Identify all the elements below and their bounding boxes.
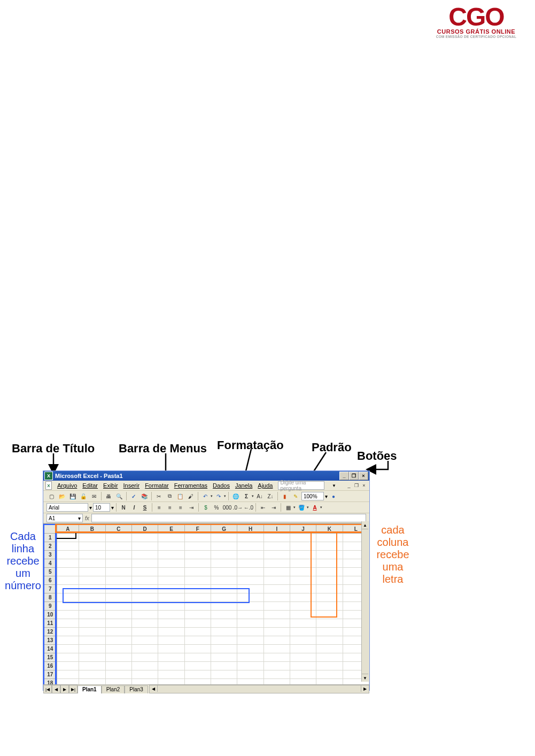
tab-nav-prev[interactable]: ◀ — [52, 685, 60, 693]
cell-B4[interactable] — [79, 559, 105, 568]
cell-I15[interactable] — [263, 653, 290, 662]
cell-D5[interactable] — [131, 568, 158, 576]
cell-A7[interactable] — [57, 585, 79, 593]
cell-A18[interactable] — [57, 679, 79, 685]
cell-H4[interactable] — [237, 559, 263, 568]
menu-editar[interactable]: Editar — [82, 482, 98, 489]
cell-I3[interactable] — [263, 551, 290, 559]
cell-E10[interactable] — [158, 611, 184, 619]
cell-G6[interactable] — [211, 576, 237, 585]
row-header-11[interactable]: 11 — [44, 619, 57, 628]
sheet-tab-plan3[interactable]: Plan3 — [125, 685, 148, 693]
column-header-a[interactable]: A — [57, 524, 79, 534]
column-header-k[interactable]: K — [316, 524, 343, 534]
cell-F14[interactable] — [184, 645, 211, 653]
zoom-dropdown-icon[interactable]: ▾ — [325, 493, 328, 499]
column-header-d[interactable]: D — [131, 524, 158, 534]
row-header-5[interactable]: 5 — [44, 568, 57, 576]
menu-exibir[interactable]: Exibir — [103, 482, 118, 489]
increase-decimal-icon[interactable]: .0→ — [233, 503, 243, 512]
cell-B16[interactable] — [79, 662, 105, 670]
cell-K16[interactable] — [316, 662, 343, 670]
open-icon[interactable]: 📂 — [57, 491, 67, 501]
cell-J13[interactable] — [290, 636, 316, 645]
cell-K8[interactable] — [316, 593, 343, 602]
research-icon[interactable]: 📚 — [139, 491, 149, 501]
cell-I18[interactable] — [263, 679, 290, 685]
cell-B18[interactable] — [79, 679, 105, 685]
cell-J11[interactable] — [290, 619, 316, 628]
cell-J12[interactable] — [290, 628, 316, 636]
cell-B13[interactable] — [79, 636, 105, 645]
cell-C6[interactable] — [105, 576, 131, 585]
cell-F5[interactable] — [184, 568, 211, 576]
cell-B10[interactable] — [79, 611, 105, 619]
cell-D8[interactable] — [131, 593, 158, 602]
cell-E16[interactable] — [158, 662, 184, 670]
cell-G18[interactable] — [211, 679, 237, 685]
cell-C1[interactable] — [105, 534, 131, 542]
select-all-corner[interactable] — [44, 524, 57, 534]
row-header-12[interactable]: 12 — [44, 628, 57, 636]
align-right-icon[interactable]: ≡ — [176, 503, 185, 512]
cell-F17[interactable] — [184, 670, 211, 679]
cell-J3[interactable] — [290, 551, 316, 559]
cell-H11[interactable] — [237, 619, 263, 628]
help-icon[interactable]: ● — [329, 491, 338, 501]
cell-K17[interactable] — [316, 670, 343, 679]
cell-J16[interactable] — [290, 662, 316, 670]
save-icon[interactable]: 💾 — [68, 491, 77, 501]
cell-J17[interactable] — [290, 670, 316, 679]
tab-nav-first[interactable]: |◀ — [43, 685, 52, 693]
cell-B9[interactable] — [79, 602, 105, 611]
merge-center-icon[interactable]: ⇥ — [187, 503, 196, 512]
row-header-1[interactable]: 1 — [44, 534, 57, 542]
cell-C12[interactable] — [105, 628, 131, 636]
cell-A14[interactable] — [57, 645, 79, 653]
fill-color-icon[interactable]: 🪣 — [297, 503, 306, 512]
cell-F3[interactable] — [184, 551, 211, 559]
redo-icon[interactable]: ↷ — [214, 491, 223, 501]
row-header-18[interactable]: 18 — [44, 679, 57, 685]
row-header-8[interactable]: 8 — [44, 593, 57, 602]
cell-C9[interactable] — [105, 602, 131, 611]
cell-D16[interactable] — [131, 662, 158, 670]
row-header-4[interactable]: 4 — [44, 559, 57, 568]
paste-icon[interactable]: 📋 — [175, 491, 185, 501]
cell-J7[interactable] — [290, 585, 316, 593]
cell-E2[interactable] — [158, 542, 184, 551]
align-left-icon[interactable]: ≡ — [154, 503, 164, 512]
cell-G1[interactable] — [211, 534, 237, 542]
cell-J15[interactable] — [290, 653, 316, 662]
hyperlink-icon[interactable]: 🌐 — [231, 491, 241, 501]
cell-C11[interactable] — [105, 619, 131, 628]
cell-C17[interactable] — [105, 670, 131, 679]
cell-H1[interactable] — [237, 534, 263, 542]
worksheet-grid[interactable]: ABCDEFGHIJKL1234567891011121314151617181… — [43, 523, 369, 684]
cell-E1[interactable] — [158, 534, 184, 542]
cell-D17[interactable] — [131, 670, 158, 679]
cell-D6[interactable] — [131, 576, 158, 585]
font-name-dropdown-icon[interactable]: ▾ — [89, 505, 92, 511]
cell-D4[interactable] — [131, 559, 158, 568]
cell-H15[interactable] — [237, 653, 263, 662]
cell-B11[interactable] — [79, 619, 105, 628]
cell-G3[interactable] — [211, 551, 237, 559]
cell-C4[interactable] — [105, 559, 131, 568]
cell-C3[interactable] — [105, 551, 131, 559]
column-header-b[interactable]: B — [79, 524, 105, 534]
cell-D3[interactable] — [131, 551, 158, 559]
cell-K12[interactable] — [316, 628, 343, 636]
row-header-14[interactable]: 14 — [44, 645, 57, 653]
cell-A13[interactable] — [57, 636, 79, 645]
cell-F1[interactable] — [184, 534, 211, 542]
doc-close-button[interactable]: × — [361, 482, 367, 489]
cell-B12[interactable] — [79, 628, 105, 636]
cell-B1[interactable] — [79, 534, 105, 542]
cell-B6[interactable] — [79, 576, 105, 585]
cell-F13[interactable] — [184, 636, 211, 645]
cell-G10[interactable] — [211, 611, 237, 619]
cell-H13[interactable] — [237, 636, 263, 645]
cell-D15[interactable] — [131, 653, 158, 662]
cell-E5[interactable] — [158, 568, 184, 576]
